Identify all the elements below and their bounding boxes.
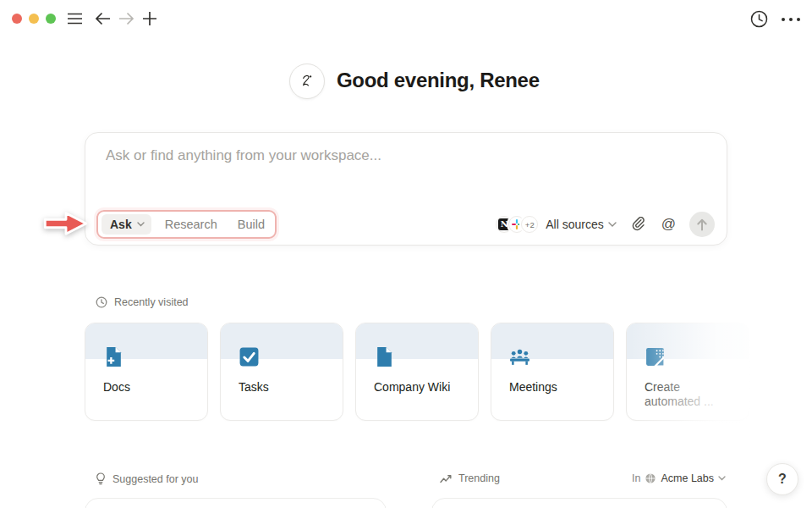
trending-up-icon [440,474,452,483]
trending-list-card [431,498,727,508]
maximize-window-button[interactable] [46,14,56,24]
mode-ask-label: Ask [110,218,132,231]
close-window-button[interactable] [12,14,22,24]
back-icon[interactable] [94,10,111,27]
mode-build-button[interactable]: Build [238,218,265,231]
sketch-face-icon [289,64,325,99]
history-icon[interactable] [749,9,768,28]
people-icon [509,346,530,367]
card-label: Company Wiki [374,380,450,395]
chevron-down-icon [608,222,617,228]
mode-switcher-annotation: Ask Research Build [96,210,277,239]
trending-header: Trending [440,472,500,484]
card-label: Docs [103,380,130,395]
help-button[interactable]: ? [766,463,798,495]
template-icon [645,346,666,367]
workspace-scope-dropdown[interactable]: In Acme Labs [632,472,726,484]
card-tasks[interactable]: Tasks [220,323,343,421]
card-create-automated[interactable]: Create automated ... [626,323,749,421]
doc-plus-icon [103,346,124,367]
trending-title: Trending [458,472,500,484]
card-label: Create automated ... [645,380,714,409]
card-label-line1: Create [645,380,680,394]
mode-ask-button[interactable]: Ask [102,214,151,235]
suggested-list-card [85,498,387,508]
menu-icon[interactable] [66,10,83,27]
mention-icon[interactable]: @ [661,216,676,233]
checkbox-icon [239,346,260,367]
forward-icon[interactable] [118,10,134,27]
search-card: Ask or find anything from your workspace… [85,132,727,246]
suggested-header: Suggested for you [96,472,198,485]
card-label-line2: automated ... [645,395,714,408]
mode-research-button[interactable]: Research [165,218,217,231]
search-input[interactable]: Ask or find anything from your workspace… [106,147,698,164]
clock-icon [96,296,107,308]
page-icon [374,346,395,367]
app-window: Good evening, Renee Ask or find anything… [0,0,812,508]
recently-visited-header: Recently visited [96,296,189,308]
scope-name: Acme Labs [661,472,714,484]
card-company-wiki[interactable]: Company Wiki [355,323,479,421]
suggested-title: Suggested for you [112,473,198,485]
scope-prefix: In [632,472,640,484]
recently-visited-title: Recently visited [114,296,189,308]
annotation-arrow-icon [41,207,91,240]
chevron-down-icon [718,476,726,481]
chevron-down-icon [137,222,145,227]
globe-icon [645,472,656,484]
page-title: Good evening, Renee [337,69,540,92]
new-tab-icon[interactable] [141,10,158,27]
minimize-window-button[interactable] [29,14,39,24]
card-label: Meetings [509,380,557,395]
submit-arrow-icon [696,218,708,231]
extra-sources-badge[interactable]: +2 [521,216,538,233]
all-sources-dropdown[interactable]: All sources [546,218,616,231]
card-label: Tasks [239,380,269,395]
more-icon[interactable] [780,11,802,28]
search-toolbar: N +2 All sources @ [496,211,715,238]
submit-button[interactable] [689,212,715,237]
card-meetings[interactable]: Meetings [491,323,614,421]
attachment-icon[interactable] [632,217,646,232]
card-docs[interactable]: Docs [85,323,208,421]
lightbulb-icon [96,472,106,485]
